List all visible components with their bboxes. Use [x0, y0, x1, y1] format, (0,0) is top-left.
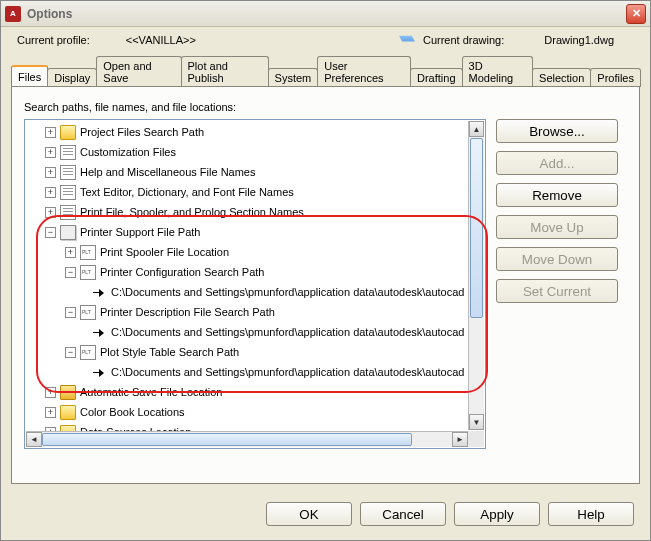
file-icon: [60, 185, 76, 200]
expand-icon[interactable]: +: [65, 247, 76, 258]
file-icon: [80, 265, 96, 280]
window-title: Options: [27, 7, 72, 21]
file-icon: [80, 345, 96, 360]
tree-item[interactable]: − Printer Description File Search Path: [25, 302, 486, 322]
remove-button[interactable]: Remove: [496, 183, 618, 207]
horizontal-scrollbar[interactable]: ◄ ►: [26, 431, 468, 447]
info-bar: Current profile: <<VANILLA>> Current dra…: [1, 27, 650, 51]
path-arrow-icon: [91, 325, 107, 340]
drawing-icon: [399, 33, 415, 47]
tab-profiles[interactable]: Profiles: [590, 68, 641, 87]
folder-icon: [60, 405, 76, 420]
expand-icon[interactable]: +: [45, 207, 56, 218]
scroll-thumb[interactable]: [470, 138, 483, 318]
collapse-icon[interactable]: −: [45, 227, 56, 238]
file-icon: [80, 305, 96, 320]
cancel-button[interactable]: Cancel: [360, 502, 446, 526]
tab-drafting[interactable]: Drafting: [410, 68, 463, 87]
tree-item[interactable]: − Plot Style Table Search Path: [25, 342, 486, 362]
apply-button[interactable]: Apply: [454, 502, 540, 526]
tab-user-prefs[interactable]: User Preferences: [317, 56, 411, 87]
tab-selection[interactable]: Selection: [532, 68, 591, 87]
tab-display[interactable]: Display: [47, 68, 97, 87]
file-icon: [60, 145, 76, 160]
scroll-right-button[interactable]: ►: [452, 432, 468, 447]
dialog-button-bar: OK Cancel Apply Help: [1, 492, 650, 540]
help-button[interactable]: Help: [548, 502, 634, 526]
file-paths-tree[interactable]: + Project Files Search Path + Customizat…: [24, 119, 486, 449]
collapse-icon[interactable]: −: [65, 347, 76, 358]
button-column: Browse... Add... Remove Move Up Move Dow…: [496, 119, 618, 449]
tab-files[interactable]: Files: [11, 65, 48, 86]
browse-button[interactable]: Browse...: [496, 119, 618, 143]
vertical-scrollbar[interactable]: ▲ ▼: [468, 121, 484, 430]
path-arrow-icon: [91, 365, 107, 380]
scroll-up-button[interactable]: ▲: [469, 121, 484, 137]
scroll-left-button[interactable]: ◄: [26, 432, 42, 447]
current-drawing-label: Current drawing:: [423, 34, 504, 46]
move-down-button[interactable]: Move Down: [496, 247, 618, 271]
app-icon: A: [5, 6, 21, 22]
folder-icon: [60, 125, 76, 140]
tab-plot-publish[interactable]: Plot and Publish: [181, 56, 269, 87]
expand-icon[interactable]: +: [45, 407, 56, 418]
tab-system[interactable]: System: [268, 68, 319, 87]
files-tab-panel: Search paths, file names, and file locat…: [11, 86, 640, 484]
tab-open-save[interactable]: Open and Save: [96, 56, 181, 87]
expand-icon[interactable]: +: [45, 187, 56, 198]
tree-item[interactable]: C:\Documents and Settings\pmunford\appli…: [25, 362, 486, 382]
tree-item[interactable]: + Print Spooler File Location: [25, 242, 486, 262]
folder-open-icon: [60, 385, 76, 400]
tree-item[interactable]: C:\Documents and Settings\pmunford\appli…: [25, 322, 486, 342]
scroll-down-button[interactable]: ▼: [469, 414, 484, 430]
move-up-button[interactable]: Move Up: [496, 215, 618, 239]
tab-3d-modeling[interactable]: 3D Modeling: [462, 56, 534, 87]
options-dialog: A Options ✕ Current profile: <<VANILLA>>…: [0, 0, 651, 541]
titlebar: A Options ✕: [1, 1, 650, 27]
set-current-button[interactable]: Set Current: [496, 279, 618, 303]
folder-icon: [60, 225, 76, 240]
expand-icon[interactable]: +: [45, 147, 56, 158]
collapse-icon[interactable]: −: [65, 307, 76, 318]
current-profile-label: Current profile:: [17, 34, 90, 46]
current-drawing-value: Drawing1.dwg: [544, 34, 614, 46]
file-icon: [60, 165, 76, 180]
close-button[interactable]: ✕: [626, 4, 646, 24]
tree-item[interactable]: − Printer Configuration Search Path: [25, 262, 486, 282]
file-icon: [80, 245, 96, 260]
file-icon: [60, 205, 76, 220]
tree-item[interactable]: + Customization Files: [25, 142, 486, 162]
tree-item[interactable]: + Automatic Save File Location: [25, 382, 486, 402]
tree-item[interactable]: + Text Editor, Dictionary, and Font File…: [25, 182, 486, 202]
tree-item[interactable]: + Print File, Spooler, and Prolog Sectio…: [25, 202, 486, 222]
tree-item[interactable]: + Color Book Locations: [25, 402, 486, 422]
scroll-thumb[interactable]: [42, 433, 412, 446]
tree-item[interactable]: + Project Files Search Path: [25, 122, 486, 142]
expand-icon[interactable]: +: [45, 387, 56, 398]
tree-item[interactable]: + Help and Miscellaneous File Names: [25, 162, 486, 182]
expand-icon[interactable]: +: [45, 127, 56, 138]
tab-strip: Files Display Open and Save Plot and Pub…: [1, 51, 650, 86]
collapse-icon[interactable]: −: [65, 267, 76, 278]
current-profile-value: <<VANILLA>>: [126, 34, 196, 46]
tree-item[interactable]: − Printer Support File Path: [25, 222, 486, 242]
path-arrow-icon: [91, 285, 107, 300]
add-button[interactable]: Add...: [496, 151, 618, 175]
ok-button[interactable]: OK: [266, 502, 352, 526]
panel-caption: Search paths, file names, and file locat…: [24, 101, 627, 113]
expand-icon[interactable]: +: [45, 167, 56, 178]
tree-item[interactable]: C:\Documents and Settings\pmunford\appli…: [25, 282, 486, 302]
